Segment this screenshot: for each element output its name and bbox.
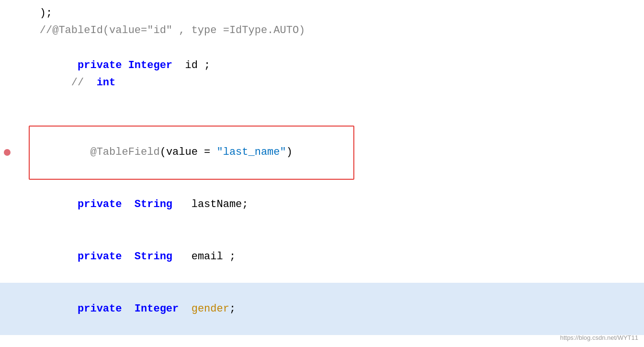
code-line-2: //@TableId(value="id" , type =IdType.AUT… (0, 22, 644, 39)
code-line-4 (0, 109, 644, 127)
code-editor: ); //@TableId(value="id" , type =IdType.… (0, 0, 644, 347)
gutter-dot-5 (4, 149, 11, 156)
tablefield-lastnam-block: @TableField(value = "last_name") (0, 127, 644, 179)
code-line-3: private Integer id ; // int (0, 40, 644, 109)
code-line-5: @TableField(value = "last_name") (0, 127, 644, 179)
code-line-1: ); (0, 5, 644, 22)
code-line-9: private Integer age ; (0, 335, 644, 347)
code-line-6: private String lastName; (0, 179, 644, 231)
watermark: https://blog.csdn.net/WYT11 (560, 333, 638, 343)
code-line-8: private Integer gender; (0, 283, 644, 335)
code-line-7: private String email ; (0, 231, 644, 283)
